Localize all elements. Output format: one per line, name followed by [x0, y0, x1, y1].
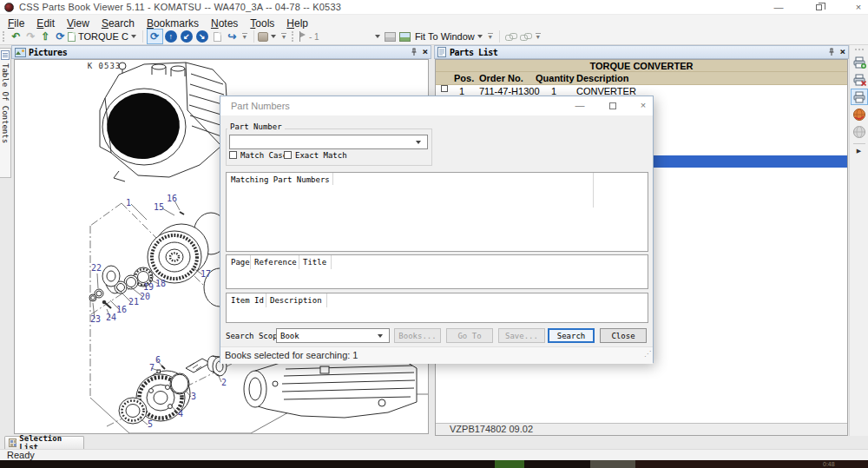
- parts-table-header: Pos. Order No. Quantity Description: [436, 72, 847, 85]
- dialog-minimize-button[interactable]: —: [570, 99, 589, 113]
- close-panel-icon[interactable]: ×: [839, 48, 845, 56]
- match-case-label: Match Case: [240, 151, 287, 160]
- toolbar-grip[interactable]: [3, 31, 5, 42]
- column-divider: [332, 173, 333, 185]
- reload-book-button[interactable]: ⟳: [53, 30, 68, 44]
- maximize-icon: [609, 102, 616, 109]
- nav-next-button[interactable]: ↘: [196, 30, 208, 43]
- parts-table-title: TORQUE CONVERTER: [436, 60, 847, 72]
- diagram-callout[interactable]: 6: [155, 355, 161, 365]
- parts-list-panel-header[interactable]: Parts List ×: [434, 45, 849, 59]
- zoom-combo-chevron-icon[interactable]: [477, 35, 483, 38]
- diagram-callout[interactable]: 23: [90, 314, 101, 324]
- diagram-callout[interactable]: 16: [116, 305, 127, 314]
- goto-picture-button[interactable]: ↪: [225, 30, 240, 44]
- nav-previous-button[interactable]: ↙: [181, 30, 193, 43]
- rail-grip[interactable]: [855, 49, 864, 50]
- up-level-button[interactable]: ⇧: [38, 30, 53, 44]
- toolbar-overflow-icon[interactable]: ▾: [488, 33, 493, 41]
- diagram-callout[interactable]: 21: [128, 297, 139, 307]
- diagram-callout[interactable]: 22: [91, 263, 102, 273]
- page-icon[interactable]: [214, 32, 221, 42]
- diagram-callout[interactable]: 7: [149, 363, 155, 372]
- taskbar-time: 0:48: [823, 461, 835, 467]
- nav-up-button[interactable]: ↑: [165, 30, 177, 43]
- rail-expander-icon[interactable]: ▶: [850, 148, 868, 155]
- dialog-maximize-button[interactable]: [603, 99, 622, 113]
- diagram-callout[interactable]: 20: [140, 292, 150, 301]
- diagram-callout[interactable]: 3: [191, 392, 196, 401]
- pictures-panel-title: Pictures: [29, 48, 67, 57]
- resize-grip-icon[interactable]: ⋰: [644, 346, 651, 362]
- diagram-callout[interactable]: 18: [155, 279, 166, 288]
- search-button[interactable]: Search: [548, 328, 595, 343]
- diagram-callout[interactable]: 1: [126, 198, 131, 208]
- link-icon[interactable]: [505, 32, 516, 42]
- status-text: Ready: [7, 450, 35, 460]
- page-combo-chevron-icon: [375, 35, 380, 38]
- zoom-combo-value[interactable]: Fit To Window: [415, 31, 475, 42]
- tab-table-of-contents[interactable]: Table Of Contents: [0, 48, 11, 178]
- printer-remove-button[interactable]: [851, 71, 868, 88]
- toolbar-separator: [142, 30, 143, 43]
- status-bar: Ready: [0, 449, 868, 460]
- dialog-title-bar[interactable]: Part Numbers — ×: [220, 96, 653, 115]
- sync-picture-toggle[interactable]: ⟳: [147, 29, 163, 44]
- back-button[interactable]: ↶: [9, 30, 23, 44]
- item-description-table[interactable]: Item Id Description: [226, 293, 648, 323]
- close-button[interactable]: ×: [849, 1, 868, 14]
- unlink-icon[interactable]: [520, 32, 531, 42]
- book-combo-chevron-icon[interactable]: [131, 35, 136, 38]
- diagram-callout[interactable]: 16: [167, 194, 177, 203]
- exact-match-label: Exact Match: [295, 151, 347, 160]
- fit-window-icon[interactable]: [399, 32, 411, 42]
- close-panel-icon[interactable]: ×: [422, 48, 428, 56]
- close-dialog-button[interactable]: Close: [600, 328, 647, 343]
- search-scope-combo[interactable]: Book: [276, 328, 390, 343]
- diagram-callout[interactable]: 4: [178, 409, 183, 419]
- combo-chevron-icon[interactable]: [378, 334, 383, 338]
- diagram-callout[interactable]: 19: [143, 282, 154, 292]
- toolbar-overflow-icon[interactable]: ▾: [536, 33, 541, 41]
- save-button[interactable]: Save...: [498, 328, 545, 343]
- parts-list-icon: [437, 47, 447, 57]
- row-checkbox[interactable]: [441, 85, 448, 92]
- search-scope-value: Book: [280, 332, 299, 340]
- column-page: Page: [231, 258, 250, 267]
- forward-button[interactable]: ↷: [23, 30, 38, 44]
- stamp-tool-icon[interactable]: [258, 32, 268, 42]
- minimize-button[interactable]: —: [769, 1, 788, 14]
- part-number-combo[interactable]: [229, 135, 428, 149]
- toolbar-overflow-icon[interactable]: ▾: [242, 33, 247, 41]
- pin-icon[interactable]: [828, 48, 835, 56]
- diagram-callout[interactable]: 5: [148, 419, 153, 429]
- globe-inactive-button[interactable]: [851, 123, 868, 140]
- diagram-callout[interactable]: 2: [221, 378, 227, 387]
- books-button[interactable]: Books...: [394, 328, 441, 343]
- globe-active-button[interactable]: [851, 106, 868, 122]
- toolbar-grip[interactable]: [292, 31, 294, 42]
- tab-selection-list[interactable]: Selection List: [4, 436, 84, 449]
- actual-size-icon[interactable]: [385, 32, 396, 42]
- parts-list-footer: VZPB174802 09.02: [436, 423, 847, 435]
- goto-button[interactable]: Go To: [446, 328, 493, 343]
- diagram-callout[interactable]: 15: [154, 202, 164, 212]
- page-reference-table[interactable]: Page Reference Title: [226, 254, 648, 289]
- diagram-callout[interactable]: 24: [106, 313, 116, 322]
- stamp-chevron-icon[interactable]: [271, 35, 276, 38]
- toolbar-overflow-icon[interactable]: ▾: [281, 33, 286, 41]
- printer-button[interactable]: [851, 89, 868, 105]
- checkbox-icon: [229, 151, 237, 159]
- combo-chevron-icon[interactable]: [416, 141, 421, 144]
- pin-icon[interactable]: [411, 48, 418, 56]
- book-combo-value[interactable]: TORQUE C: [78, 31, 128, 42]
- matching-part-numbers-list[interactable]: Matching Part Numbers: [226, 172, 648, 252]
- pictures-panel-header[interactable]: Pictures ×: [11, 45, 431, 59]
- diagram-callout[interactable]: 17: [201, 269, 211, 279]
- exact-match-checkbox[interactable]: Exact Match: [284, 151, 347, 161]
- printer-add-button[interactable]: [851, 54, 868, 70]
- restore-button[interactable]: [809, 1, 828, 14]
- dialog-close-button[interactable]: ×: [634, 99, 653, 113]
- match-case-checkbox[interactable]: Match Case: [229, 151, 287, 161]
- page-number-combo[interactable]: - 1: [306, 30, 383, 43]
